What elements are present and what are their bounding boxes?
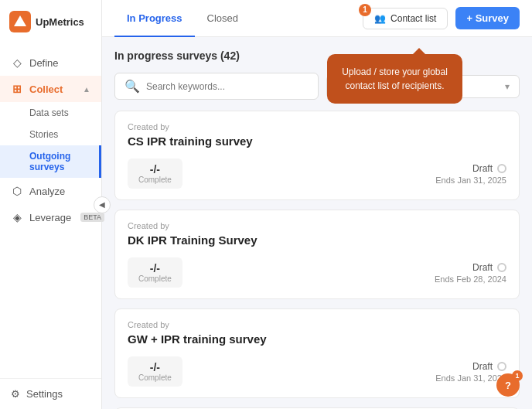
survey-card[interactable]: Created by DK IPR Training Survey -/- Co… bbox=[114, 210, 520, 299]
collect-icon: ⊞ bbox=[11, 83, 23, 95]
tabs-bar: In Progress Closed 1 👥 Contact list + Su… bbox=[102, 0, 532, 37]
data-sets-label: Data sets bbox=[29, 107, 69, 118]
add-survey-label: + Survey bbox=[466, 12, 509, 24]
tab-in-progress[interactable]: In Progress bbox=[114, 0, 195, 37]
card-created-by: Created by bbox=[128, 221, 506, 230]
status-dot bbox=[497, 164, 506, 173]
sidebar-item-collect-label: Collect bbox=[29, 84, 63, 95]
logo: UpMetrics bbox=[0, 0, 101, 43]
card-title: DK IPR Training Survey bbox=[128, 233, 506, 247]
stat-label: Complete bbox=[138, 176, 172, 184]
sidebar-item-define-label: Define bbox=[29, 57, 59, 69]
card-status: Draft Ends Feb 28, 2024 bbox=[435, 262, 506, 284]
content-area: In progress surveys (42) 🔍 ▾ ▾ Upload / … bbox=[102, 37, 532, 409]
sidebar: UpMetrics ◇ Define ⊞ Collect ▲ Data sets… bbox=[0, 0, 102, 409]
contact-list-label: Contact list bbox=[390, 13, 436, 24]
card-stat: -/- Complete bbox=[128, 158, 182, 189]
status-row: Draft bbox=[472, 361, 506, 372]
sidebar-item-outgoing-surveys[interactable]: Outgoing surveys bbox=[0, 145, 101, 178]
sidebar-nav: ◇ Define ⊞ Collect ▲ Data sets Stories O… bbox=[0, 43, 101, 378]
analyze-icon: ⬡ bbox=[11, 185, 23, 197]
card-status: Draft Ends Jan 31, 2025 bbox=[435, 361, 506, 383]
end-date: Ends Feb 28, 2024 bbox=[435, 274, 506, 284]
settings-item[interactable]: ⚙ Settings bbox=[11, 388, 90, 400]
sidebar-item-stories[interactable]: Stories bbox=[0, 124, 101, 145]
help-button[interactable]: ? 1 bbox=[496, 373, 520, 397]
end-date: Ends Jan 31, 2025 bbox=[435, 373, 506, 383]
card-created-by: Created by bbox=[128, 320, 506, 329]
sidebar-item-data-sets[interactable]: Data sets bbox=[0, 102, 101, 124]
stat-label: Complete bbox=[138, 274, 172, 283]
collect-chevron-icon: ▲ bbox=[83, 85, 90, 94]
contact-notification-badge: 1 bbox=[359, 4, 371, 16]
help-badge: 1 bbox=[512, 370, 523, 381]
sidebar-footer: ⚙ Settings bbox=[0, 378, 101, 409]
card-stat: -/- Complete bbox=[128, 356, 182, 387]
leverage-beta-badge: BETA bbox=[80, 213, 104, 222]
sidebar-item-analyze[interactable]: ⬡ Analyze bbox=[0, 178, 101, 204]
card-stat: -/- Complete bbox=[128, 257, 182, 288]
sidebar-item-collect[interactable]: ⊞ Collect ▲ bbox=[0, 76, 101, 102]
people-icon: 👥 bbox=[374, 13, 386, 24]
card-title: GW + IPR training survey bbox=[128, 332, 506, 346]
stat-label: Complete bbox=[138, 373, 172, 382]
status-dot bbox=[497, 362, 506, 371]
status-label: Draft bbox=[472, 262, 493, 273]
card-bottom: -/- Complete Draft Ends Jan 31, 2025 bbox=[128, 356, 506, 387]
main-area: In Progress Closed 1 👥 Contact list + Su… bbox=[102, 0, 532, 409]
sidebar-item-leverage[interactable]: ◈ Leverage BETA bbox=[0, 204, 101, 230]
status-row: Draft bbox=[472, 262, 506, 273]
tab-closed[interactable]: Closed bbox=[195, 0, 251, 37]
collect-subnav: Data sets Stories Outgoing surveys bbox=[0, 102, 101, 178]
status-row: Draft bbox=[472, 163, 506, 174]
status-label: Draft bbox=[472, 163, 493, 174]
contact-list-tooltip: Upload / store your global contact list … bbox=[327, 54, 462, 104]
help-icon: ? bbox=[505, 380, 511, 391]
search-input[interactable] bbox=[146, 81, 309, 92]
sidebar-collapse-button[interactable]: ◀ bbox=[94, 196, 111, 213]
tooltip-text: Upload / store your global contact list … bbox=[342, 66, 448, 91]
search-icon: 🔍 bbox=[124, 79, 140, 94]
card-created-by: Created by bbox=[128, 122, 506, 131]
status-label: Draft bbox=[472, 361, 493, 372]
outgoing-surveys-label: Outgoing surveys bbox=[29, 151, 88, 172]
settings-icon: ⚙ bbox=[11, 388, 20, 400]
stat-value: -/- bbox=[138, 361, 172, 373]
sidebar-item-define[interactable]: ◇ Define bbox=[0, 49, 101, 76]
add-survey-button[interactable]: + Survey bbox=[455, 7, 520, 29]
settings-label: Settings bbox=[26, 388, 63, 400]
card-status: Draft Ends Jan 31, 2025 bbox=[435, 163, 506, 185]
card-bottom: -/- Complete Draft Ends Feb 28, 2024 bbox=[128, 257, 506, 288]
stories-label: Stories bbox=[29, 129, 58, 140]
sidebar-item-analyze-label: Analyze bbox=[29, 186, 65, 197]
chevron-down-icon-2: ▾ bbox=[505, 81, 510, 92]
status-dot bbox=[497, 263, 506, 272]
logo-icon bbox=[9, 11, 31, 32]
contact-list-button[interactable]: 1 👥 Contact list bbox=[363, 8, 448, 29]
brand-name: UpMetrics bbox=[36, 16, 84, 28]
survey-card[interactable]: Created by CS IPR training survey -/- Co… bbox=[114, 111, 520, 200]
search-box[interactable]: 🔍 bbox=[114, 73, 319, 100]
define-icon: ◇ bbox=[11, 56, 23, 69]
card-title: CS IPR training survey bbox=[128, 135, 506, 148]
stat-value: -/- bbox=[138, 262, 172, 274]
end-date: Ends Jan 31, 2025 bbox=[435, 176, 506, 185]
stat-value: -/- bbox=[138, 163, 172, 176]
card-bottom: -/- Complete Draft Ends Jan 31, 2025 bbox=[128, 158, 506, 189]
survey-card[interactable]: Created by GW + IPR training survey -/- … bbox=[114, 308, 520, 398]
leverage-icon: ◈ bbox=[11, 211, 23, 223]
tabs-actions: 1 👥 Contact list + Survey bbox=[363, 7, 520, 29]
sidebar-item-leverage-label: Leverage bbox=[29, 212, 71, 223]
